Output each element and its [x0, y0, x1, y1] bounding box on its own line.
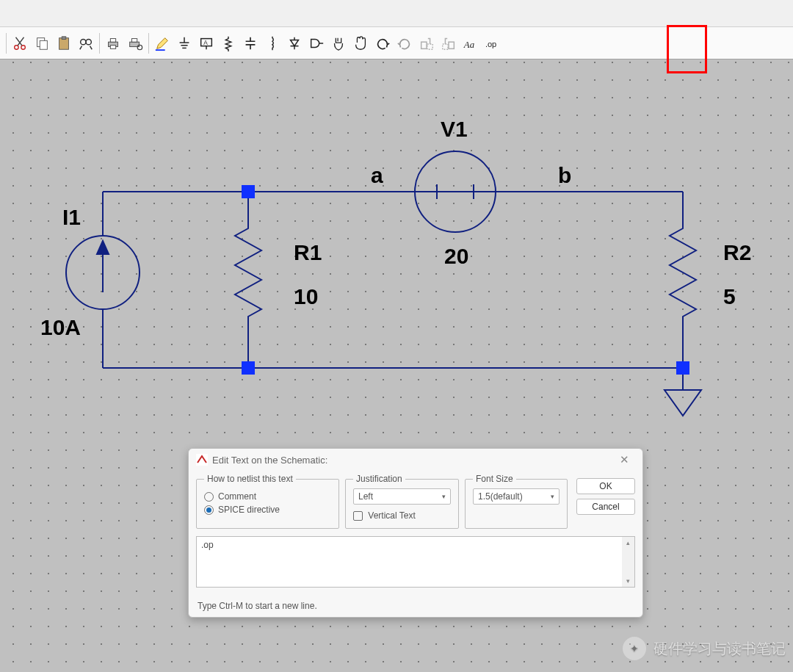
inductor-icon[interactable] [262, 33, 283, 54]
option-comment[interactable]: Comment [204, 491, 331, 502]
svg-rect-18 [449, 42, 454, 48]
vertical-text-checkbox[interactable]: Vertical Text [353, 510, 451, 521]
option-comment-label: Comment [218, 491, 256, 502]
option-spice-directive[interactable]: SPICE directive [204, 505, 331, 515]
paste-icon[interactable] [54, 33, 74, 54]
copy-icon[interactable] [32, 33, 52, 54]
chevron-down-icon: ▾ [442, 493, 446, 500]
scroll-down-icon[interactable]: ▾ [622, 575, 634, 587]
svg-rect-25 [242, 361, 255, 375]
component-icon[interactable] [306, 33, 327, 54]
drag-icon[interactable] [350, 33, 371, 54]
ok-button[interactable]: OK [576, 478, 635, 494]
diode-icon[interactable] [284, 33, 305, 54]
svg-rect-24 [242, 185, 255, 198]
main-toolbar: A Aa .op [0, 26, 793, 59]
toolbar-separator [6, 33, 7, 54]
r2-name[interactable]: R2 [723, 240, 751, 264]
capacitor-icon[interactable] [240, 33, 261, 54]
undo-icon[interactable] [372, 33, 393, 54]
cut-icon[interactable] [10, 33, 30, 54]
svg-rect-10 [110, 45, 115, 48]
resistor-icon[interactable] [218, 33, 239, 54]
netlist-legend: How to netlist this text [204, 474, 296, 484]
redo-icon[interactable] [394, 33, 415, 54]
svg-point-6 [81, 39, 86, 44]
fontsize-group: Font Size 1.5(default) ▾ [465, 474, 568, 529]
close-icon[interactable]: ✕ [612, 451, 637, 469]
svg-text:.op: .op [485, 39, 496, 48]
svg-point-0 [15, 45, 19, 49]
text-style-icon[interactable]: Aa [460, 33, 481, 54]
spice-directive-icon[interactable]: .op [482, 33, 503, 54]
justification-select[interactable]: Left ▾ [353, 488, 451, 505]
v1-value[interactable]: 20 [444, 244, 468, 268]
justification-group: Justification Left ▾ Vertical Text [345, 474, 459, 529]
svg-text:A: A [203, 39, 208, 46]
textarea-scrollbar[interactable]: ▴ ▾ [622, 537, 634, 587]
i1-name[interactable]: I1 [62, 205, 81, 229]
r1-value[interactable]: 10 [294, 284, 318, 308]
print-icon[interactable] [103, 33, 123, 54]
vertical-text-label: Vertical Text [368, 510, 415, 521]
netlist-group: How to netlist this text Comment SPICE d… [196, 474, 339, 529]
net-b[interactable]: b [558, 163, 571, 187]
r1-name[interactable]: R1 [294, 240, 322, 264]
toolbar-separator [99, 33, 100, 54]
fontsize-select[interactable]: 1.5(default) ▾ [473, 488, 560, 505]
edit-text-dialog: Edit Text on the Schematic: ✕ How to net… [188, 448, 643, 618]
svg-rect-17 [427, 43, 432, 48]
i1-value[interactable]: 10A [40, 315, 81, 339]
justification-value: Left [358, 491, 373, 502]
dialog-title: Edit Text on the Schematic: [212, 455, 327, 466]
svg-point-7 [86, 39, 91, 44]
option-directive-label: SPICE directive [218, 505, 280, 515]
svg-text:Aa: Aa [463, 39, 474, 49]
net-a[interactable]: a [371, 163, 383, 187]
label-icon[interactable]: A [196, 33, 217, 54]
move-icon[interactable] [328, 33, 349, 54]
find-icon[interactable] [76, 33, 96, 54]
scroll-up-icon[interactable]: ▴ [622, 537, 634, 549]
cancel-button[interactable]: Cancel [576, 499, 635, 515]
radio-icon [204, 492, 214, 502]
radio-icon [204, 505, 214, 515]
ground-icon[interactable] [174, 33, 195, 54]
svg-rect-3 [40, 40, 47, 49]
dialog-status: Type Ctrl-M to start a new line. [189, 595, 642, 617]
ltspice-icon [196, 454, 208, 466]
fontsize-legend: Font Size [473, 474, 516, 484]
rotate-left-icon[interactable] [416, 33, 437, 54]
print-setup-icon[interactable] [125, 33, 145, 54]
dialog-titlebar[interactable]: Edit Text on the Schematic: ✕ [189, 449, 642, 471]
svg-rect-9 [110, 38, 115, 42]
svg-rect-5 [62, 36, 66, 39]
fontsize-value: 1.5(default) [478, 491, 523, 502]
justification-legend: Justification [353, 474, 405, 484]
rotate-right-icon[interactable] [438, 33, 459, 54]
svg-rect-26 [676, 361, 689, 375]
directive-textarea[interactable]: .op [196, 536, 635, 588]
svg-point-13 [137, 45, 142, 49]
chevron-down-icon: ▾ [551, 493, 554, 500]
r2-value[interactable]: 5 [723, 284, 736, 308]
pencil-icon[interactable] [152, 33, 173, 54]
svg-rect-12 [131, 38, 137, 42]
svg-rect-4 [59, 37, 69, 49]
toolbar-separator [148, 33, 149, 54]
svg-point-1 [21, 45, 26, 49]
svg-rect-16 [421, 42, 427, 48]
checkbox-icon [353, 511, 363, 521]
svg-rect-19 [443, 43, 448, 48]
v1-name[interactable]: V1 [441, 117, 468, 141]
